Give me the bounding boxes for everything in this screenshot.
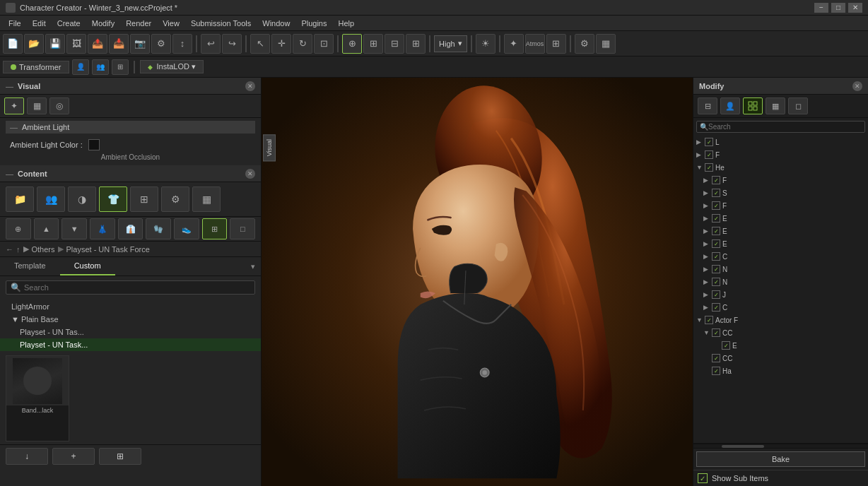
menu-window[interactable]: Window (257, 18, 295, 29)
modify-tab-active[interactable] (743, 97, 763, 114)
content-outfit-icon[interactable]: ⊞ (202, 218, 228, 239)
select-tool-button[interactable]: ↖ (250, 34, 270, 54)
tree-check-ActorF[interactable]: ✓ (705, 316, 713, 324)
select-button[interactable]: ↕ (172, 34, 192, 54)
ambient-color-swatch[interactable] (88, 139, 100, 150)
breadcrumb-back-button[interactable]: ← (6, 245, 13, 254)
tab-collapse-button[interactable]: ▾ (251, 262, 255, 271)
menu-render[interactable]: Render (120, 18, 157, 29)
maximize-button[interactable]: □ (831, 3, 845, 13)
tree-check-N2[interactable]: ✓ (712, 278, 720, 286)
tree-row-F1[interactable]: ▶ ✓ F (693, 148, 868, 161)
content-accessory-icon[interactable]: ⚙ (161, 186, 189, 212)
scale-tool-button[interactable]: ⊡ (314, 34, 334, 54)
move-tool-button[interactable]: ✛ (271, 34, 291, 54)
import-button[interactable]: 📥 (109, 34, 129, 54)
tree-check-E2[interactable]: ✓ (712, 227, 720, 235)
tree-row-E3[interactable]: ▶ ✓ E (693, 237, 868, 250)
new-file-button[interactable]: 📄 (3, 34, 23, 54)
screenshot-button[interactable]: 📷 (130, 34, 150, 54)
download-button[interactable]: ↓ (6, 448, 48, 465)
rotate-tool-button[interactable]: ↻ (293, 34, 312, 54)
tree-check-E1[interactable]: ✓ (712, 214, 720, 223)
tree-row-C1[interactable]: ▶ ✓ C (693, 250, 868, 263)
content-close-button[interactable]: ✕ (245, 169, 255, 179)
tree-check-N1[interactable]: ✓ (712, 265, 720, 273)
content-folder-icon[interactable]: 📁 (6, 186, 34, 212)
visual-collapse[interactable]: — (6, 82, 13, 90)
world-space-button[interactable]: ⊕ (342, 34, 362, 54)
menu-submission-tools[interactable]: Submission Tools (185, 18, 257, 29)
tree-check-CC2[interactable]: ✓ (712, 354, 720, 362)
content-figure-icon[interactable]: 👥 (37, 186, 65, 212)
merge-button[interactable]: ⊞ (99, 448, 141, 465)
modify-tab-sliders[interactable]: ⊟ (698, 97, 717, 114)
tree-check-S[interactable]: ✓ (712, 189, 720, 197)
bake-button[interactable]: Bake (696, 451, 865, 467)
atmos-button[interactable]: Atmos (525, 34, 545, 54)
tree-check-L[interactable]: ✓ (705, 138, 713, 146)
menu-modify[interactable]: Modify (86, 18, 120, 29)
tree-row-F3[interactable]: ▶ ✓ F (693, 199, 868, 212)
transformer-button[interactable]: Transformer (3, 61, 69, 73)
visual-tab-layers[interactable]: ▦ (27, 97, 47, 114)
tree-check-E3[interactable]: ✓ (712, 239, 720, 248)
tree-check-C1[interactable]: ✓ (712, 252, 720, 261)
menu-view[interactable]: View (157, 18, 185, 29)
breadcrumb-others[interactable]: Others (32, 245, 55, 254)
tree-row-CC1[interactable]: ▼ ✓ CC (693, 326, 868, 339)
instalod-button[interactable]: ◆ InstaLOD ▾ (140, 60, 204, 73)
tree-row-CC2[interactable]: ✓ CC (693, 352, 868, 364)
modify-tab-render[interactable]: ◻ (788, 97, 808, 114)
tree-row-L[interactable]: ▶ ✓ L (693, 136, 868, 148)
tree-check-He[interactable]: ✓ (705, 163, 713, 172)
tree-check-CC1[interactable]: ✓ (712, 328, 720, 337)
content-top-icon[interactable]: ▲ (34, 218, 59, 239)
minimize-button[interactable]: − (814, 3, 828, 13)
search-input[interactable] (24, 283, 250, 292)
tree-check-C2[interactable]: ✓ (712, 303, 720, 312)
content-bottom-icon[interactable]: ▼ (61, 218, 87, 239)
menu-plugins[interactable]: Plugins (295, 18, 332, 29)
tree-row-ActorF[interactable]: ▼ ✓ Actor F (693, 314, 868, 326)
grid-item-0[interactable]: Band...lack (6, 355, 69, 441)
tree-check-E-sub[interactable]: ✓ (722, 341, 730, 350)
menu-help[interactable]: Help (332, 18, 360, 29)
magic-button[interactable]: ✦ (504, 34, 524, 54)
undo-button[interactable]: ↩ (201, 34, 221, 54)
tree-row-E1[interactable]: ▶ ✓ E (693, 212, 868, 225)
content-shoes-icon[interactable]: 👟 (174, 218, 199, 239)
save-button[interactable]: 💾 (45, 34, 65, 54)
tree-row-E-sub[interactable]: ✓ E (693, 339, 868, 352)
settings2-button[interactable]: ⚙ (575, 34, 594, 54)
tree-row-He[interactable]: ▼ ✓ He (693, 161, 868, 174)
breadcrumb-playset[interactable]: Playset - UN Task Force (66, 245, 150, 254)
modify-tab-layers[interactable]: ▦ (766, 97, 785, 114)
tree-check-F3[interactable]: ✓ (712, 201, 720, 210)
tree-check-J[interactable]: ✓ (712, 290, 720, 299)
quality-dropdown[interactable]: High ▾ (434, 35, 467, 52)
open-file-button[interactable]: 📂 (24, 34, 44, 54)
snap-button[interactable]: ⊞ (406, 34, 426, 54)
grid-button[interactable]: ▦ (596, 34, 616, 54)
right-search-input[interactable] (708, 123, 862, 131)
content-blend-icon[interactable]: ◑ (68, 186, 96, 212)
show-sub-items-checkbox[interactable] (698, 473, 708, 483)
tree-row-S[interactable]: ▶ ✓ S (693, 186, 868, 199)
redo-button[interactable]: ↪ (222, 34, 242, 54)
sec-icon3[interactable]: ⊞ (112, 59, 129, 75)
tree-row-J[interactable]: ▶ ✓ J (693, 288, 868, 301)
tree-row-N2[interactable]: ▶ ✓ N (693, 275, 868, 288)
add-item-button[interactable]: + (52, 448, 95, 465)
tree-row-F2[interactable]: ▶ ✓ F (693, 174, 868, 186)
thumbnail-button[interactable]: 🖼 (66, 34, 86, 54)
tree-item-plainbase[interactable]: ▼ Plain Base (0, 313, 261, 326)
modify-close-button[interactable]: ✕ (852, 81, 862, 91)
sun-button[interactable]: ☀ (476, 34, 495, 54)
tree-row-N1[interactable]: ▶ ✓ N (693, 263, 868, 275)
content-hair-icon[interactable]: ⊞ (130, 186, 158, 212)
sec-icon2[interactable]: 👥 (92, 59, 109, 75)
close-button[interactable]: ✕ (848, 3, 862, 13)
sec-icon1[interactable]: 👤 (72, 59, 89, 75)
tree-item-playset2[interactable]: Playset - UN Task... (0, 338, 261, 351)
